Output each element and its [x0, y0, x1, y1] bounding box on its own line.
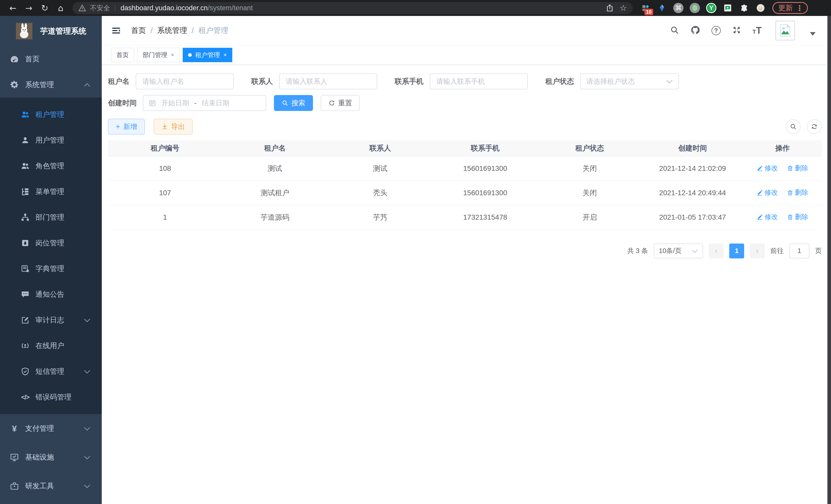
- sidebar-item-dict[interactable]: 字典管理: [0, 256, 102, 281]
- github-icon[interactable]: [690, 25, 700, 36]
- search-button[interactable]: 搜索: [274, 95, 313, 111]
- trash-icon: [787, 165, 793, 171]
- browser-reload-button[interactable]: ↻: [38, 1, 51, 14]
- sidebar-item-online-users[interactable]: 在线用户: [0, 333, 102, 359]
- refresh-table-button[interactable]: [807, 119, 822, 134]
- command-extension-icon[interactable]: ⌘: [673, 2, 684, 13]
- security-label[interactable]: 不安全: [90, 4, 110, 12]
- sidebar-item-system[interactable]: 系统管理: [0, 72, 102, 98]
- chevron-down-icon: [84, 453, 90, 462]
- sidebar-item-error-code[interactable]: </> 错误码管理: [0, 384, 102, 410]
- dictionary-icon: [20, 264, 30, 273]
- recorder-extension-icon[interactable]: [689, 2, 700, 13]
- breadcrumb-system[interactable]: 系统管理: [157, 25, 187, 36]
- share-icon[interactable]: [606, 4, 614, 12]
- show-search-toggle-button[interactable]: [786, 119, 801, 134]
- tag-home[interactable]: 首页: [111, 48, 134, 62]
- sidebar-item-menu[interactable]: 菜单管理: [0, 179, 102, 205]
- tenant-name-label: 租户名: [108, 77, 130, 86]
- font-size-icon[interactable]: TT: [753, 25, 762, 36]
- sidebar-item-user[interactable]: 用户管理: [0, 127, 102, 153]
- avatar-dropdown-caret[interactable]: [810, 32, 815, 36]
- help-icon[interactable]: ?: [712, 26, 721, 35]
- sidebar-item-tenant[interactable]: 租户管理: [0, 102, 102, 127]
- refresh-icon: [328, 100, 335, 106]
- bookmark-star-icon[interactable]: ☆: [620, 3, 627, 13]
- tag-dept[interactable]: 部门管理×: [137, 48, 180, 62]
- kite-extension-icon[interactable]: [656, 2, 667, 13]
- created-label: 创建时间: [108, 98, 137, 108]
- search-icon: [282, 100, 288, 106]
- contact-input[interactable]: [279, 73, 377, 89]
- extension-grid-icon[interactable]: 10: [640, 2, 651, 13]
- top-header: 首页 / 系统管理 / 租户管理 ? TT: [102, 16, 831, 45]
- sidebar-item-infra[interactable]: 基础设施: [0, 443, 102, 472]
- delete-link[interactable]: 删除: [787, 188, 808, 197]
- status-text: 关闭: [538, 156, 642, 181]
- page-1-button[interactable]: 1: [729, 243, 744, 259]
- sidebar-item-dept[interactable]: 部门管理: [0, 205, 102, 230]
- badge-icon: [20, 238, 30, 248]
- prev-page-button[interactable]: ‹: [709, 243, 724, 259]
- url-text[interactable]: dashboard.yudao.iocoder.cn/system/tenant: [120, 4, 253, 12]
- users-icon: [20, 110, 30, 119]
- system-submenu: 租户管理 用户管理 角色管理 菜单管理 部门管理 岗位管理: [0, 98, 102, 414]
- sidebar-item-audit-log[interactable]: 审计日志: [0, 307, 102, 333]
- delete-link[interactable]: 删除: [787, 164, 808, 173]
- goto-page-input[interactable]: [790, 243, 809, 259]
- date-range-picker[interactable]: 开始日期 - 结束日期: [143, 95, 266, 111]
- user-avatar[interactable]: [775, 21, 795, 40]
- col-phone: 联系手机: [433, 140, 538, 156]
- col-tenant-name: 租户名: [222, 140, 327, 156]
- pencil-icon: [757, 165, 763, 171]
- address-bar[interactable]: 不安全 dashboard.yudao.iocoder.cn/system/te…: [73, 2, 633, 14]
- profile-avatar-icon[interactable]: [755, 2, 766, 13]
- extension-icons: 10 ⌘ Y: [640, 2, 766, 13]
- status-select[interactable]: 请选择租户状态: [580, 73, 679, 89]
- delete-link[interactable]: 删除: [787, 212, 808, 221]
- pencil-icon: [757, 189, 763, 196]
- col-actions: 操作: [743, 140, 822, 156]
- chevron-down-icon: [666, 78, 673, 86]
- sidebar-item-home[interactable]: 首页: [0, 46, 102, 72]
- extensions-puzzle-icon[interactable]: [739, 2, 750, 13]
- breadcrumb-home[interactable]: 首页: [131, 25, 146, 36]
- header-search-icon[interactable]: [670, 25, 679, 36]
- reset-button[interactable]: 重置: [321, 95, 360, 111]
- filter-row-1: 租户名 联系人 联系手机 租户状态 请选择租户状态: [108, 73, 822, 89]
- search-icon: [790, 123, 797, 130]
- export-button[interactable]: 导出: [154, 119, 193, 135]
- app-logo-block[interactable]: 芋道管理系统: [0, 16, 102, 46]
- y-extension-icon[interactable]: Y: [706, 2, 717, 13]
- sidebar-collapse-button[interactable]: [111, 26, 121, 35]
- browser-menu-kebab-icon[interactable]: ⋮: [796, 4, 803, 12]
- shield-check-icon: [20, 367, 30, 376]
- phone-input[interactable]: [430, 73, 528, 89]
- sidebar-item-sms[interactable]: 短信管理: [0, 359, 102, 384]
- breadcrumb-current: 租户管理: [198, 25, 228, 36]
- browser-back-button[interactable]: ←: [6, 1, 20, 14]
- fullscreen-icon[interactable]: [732, 25, 741, 36]
- close-icon[interactable]: ×: [224, 52, 227, 58]
- sidebar-item-pay[interactable]: ¥ 支付管理: [0, 414, 102, 443]
- browser-home-button[interactable]: ⌂: [54, 1, 67, 14]
- sidebar-item-notice[interactable]: 通知公告: [0, 281, 102, 307]
- close-icon[interactable]: ×: [171, 52, 174, 58]
- page-size-select[interactable]: 10条/页: [654, 243, 703, 259]
- browser-update-button[interactable]: 更新 ⋮: [772, 2, 808, 14]
- tenant-name-input[interactable]: [136, 73, 234, 89]
- browser-forward-button[interactable]: →: [22, 1, 35, 14]
- chat-extension-icon[interactable]: [722, 2, 733, 13]
- sidebar-item-devtools[interactable]: 研发工具: [0, 472, 102, 500]
- edit-link[interactable]: 修改: [757, 212, 778, 221]
- add-button[interactable]: + 新增: [108, 119, 145, 135]
- next-page-button[interactable]: ›: [750, 243, 765, 259]
- sidebar-item-post[interactable]: 岗位管理: [0, 230, 102, 256]
- edit-link[interactable]: 修改: [757, 164, 778, 173]
- tag-tenant-active[interactable]: 租户管理×: [183, 48, 232, 62]
- refresh-icon: [811, 123, 818, 130]
- window-right-scrollbar[interactable]: [827, 16, 831, 504]
- sidebar-item-role[interactable]: 角色管理: [0, 153, 102, 179]
- edit-link[interactable]: 修改: [757, 188, 778, 197]
- broken-image-icon: [780, 24, 791, 37]
